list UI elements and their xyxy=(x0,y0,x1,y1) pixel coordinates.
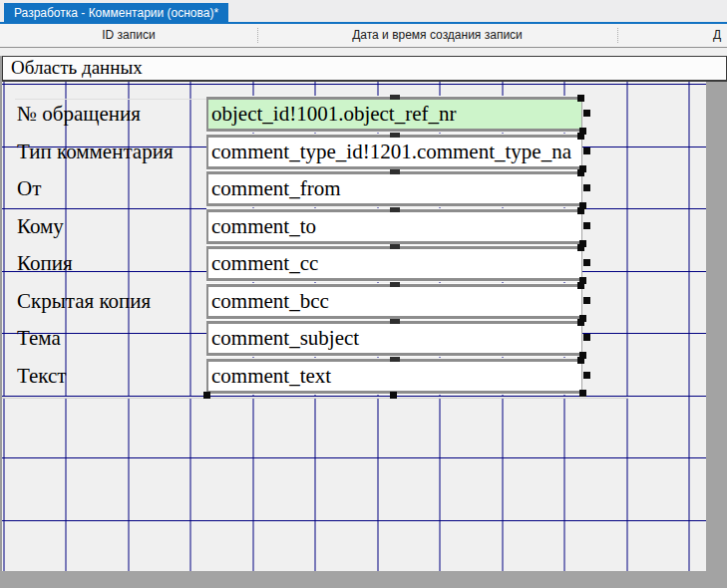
field-value-box[interactable]: comment_subject xyxy=(206,321,582,356)
scroll-area-bottom xyxy=(0,571,727,588)
field-value-box[interactable]: comment_text xyxy=(206,359,582,394)
selection-handle[interactable] xyxy=(577,169,584,176)
selection-handle[interactable] xyxy=(583,297,590,304)
column-header-id[interactable]: ID записи xyxy=(0,24,257,47)
field-label[interactable]: Текст xyxy=(15,359,208,394)
selection-handle[interactable] xyxy=(390,169,400,174)
form-designer-window: Разработка - Комментарии (основа)* ID за… xyxy=(0,0,727,588)
field-value-box[interactable]: comment_from xyxy=(206,171,582,206)
selection-handle[interactable] xyxy=(583,259,590,266)
field-value-box[interactable]: comment_type_id!1201.comment_type_na xyxy=(206,135,582,169)
field-label[interactable]: № обращения xyxy=(15,97,208,132)
selection-handle[interactable] xyxy=(577,207,584,214)
selection-handle[interactable] xyxy=(583,184,590,191)
field-label[interactable]: Кому xyxy=(15,209,208,244)
selection-handle[interactable] xyxy=(577,95,584,102)
field-value-wrap: comment_cc xyxy=(206,246,582,281)
designer-row: От comment_from xyxy=(0,171,727,206)
field-value-wrap: comment_from xyxy=(206,171,582,206)
design-surface: Область данных № обращения object_id!100… xyxy=(0,48,727,588)
selection-handle[interactable] xyxy=(583,372,590,379)
selection-handle[interactable] xyxy=(579,390,586,397)
selection-handle[interactable] xyxy=(577,319,584,326)
selection-handle[interactable] xyxy=(390,244,400,249)
field-value-box[interactable]: comment_bcc xyxy=(206,284,582,319)
field-value-wrap: comment_to xyxy=(206,209,582,244)
designer-row: Копия comment_cc xyxy=(0,246,727,281)
selection-handle[interactable] xyxy=(390,319,400,324)
selection-handle[interactable] xyxy=(390,207,400,212)
field-value-wrap: comment_type_id!1201.comment_type_na xyxy=(206,135,582,169)
field-value-box[interactable]: comment_cc xyxy=(206,246,582,281)
selection-handle[interactable] xyxy=(203,392,210,399)
designer-row: Кому comment_to xyxy=(0,209,727,244)
field-rows-container: № обращения object_id!1001.object_ref_nr… xyxy=(0,48,727,588)
field-value-wrap: comment_bcc xyxy=(206,284,582,319)
selection-handle[interactable] xyxy=(577,133,584,140)
field-label[interactable]: Копия xyxy=(15,246,208,281)
column-header-row: ID записи Дата и время создания записи Д xyxy=(0,24,727,48)
selection-handle[interactable] xyxy=(583,222,590,229)
selection-handle[interactable] xyxy=(390,95,400,100)
field-value-box[interactable]: object_id!1001.object_ref_nr xyxy=(206,97,582,132)
selection-handle[interactable] xyxy=(583,147,590,154)
designer-row: Тема comment_subject xyxy=(0,321,727,356)
column-header-created[interactable]: Дата и время создания записи xyxy=(257,24,617,47)
column-header-truncated[interactable]: Д xyxy=(617,24,727,47)
selection-handle[interactable] xyxy=(390,392,397,399)
selection-handle[interactable] xyxy=(390,133,400,138)
selection-handle[interactable] xyxy=(583,110,590,117)
selection-handle[interactable] xyxy=(390,282,400,287)
selection-handle[interactable] xyxy=(577,282,584,289)
designer-row: Тип комментария comment_type_id!1201.com… xyxy=(0,135,727,169)
field-label[interactable]: Тема xyxy=(15,321,208,356)
scroll-area-right xyxy=(706,82,727,588)
field-label[interactable]: От xyxy=(15,171,208,206)
selection-handle[interactable] xyxy=(577,357,584,364)
field-label[interactable]: Скрытая копия xyxy=(15,284,208,319)
designer-row: Текст comment_text xyxy=(0,359,727,394)
tab-bar: Разработка - Комментарии (основа)* xyxy=(0,0,727,24)
selection-handle[interactable] xyxy=(390,357,400,362)
designer-row: Скрытая копия comment_bcc xyxy=(0,284,727,319)
field-value-wrap: comment_text xyxy=(206,359,582,394)
selection-handle[interactable] xyxy=(583,334,590,341)
designer-row: № обращения object_id!1001.object_ref_nr xyxy=(0,97,727,132)
selection-handle[interactable] xyxy=(577,244,584,251)
field-value-wrap: comment_subject xyxy=(206,321,582,356)
field-label[interactable]: Тип комментария xyxy=(15,135,208,169)
document-tab[interactable]: Разработка - Комментарии (основа)* xyxy=(4,3,228,22)
field-value-wrap: object_id!1001.object_ref_nr xyxy=(206,97,582,132)
field-value-box[interactable]: comment_to xyxy=(206,209,582,244)
